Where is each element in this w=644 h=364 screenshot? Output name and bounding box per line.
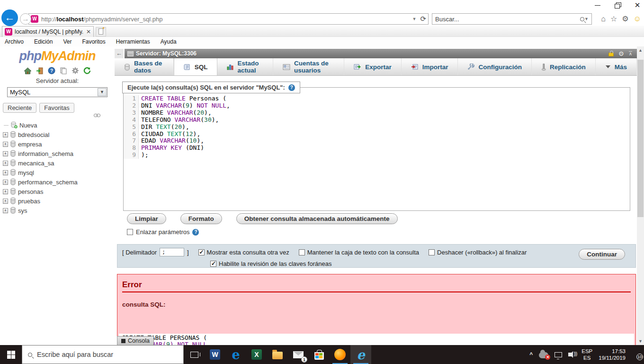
page-settings-icon[interactable]: ⚙ bbox=[618, 50, 624, 57]
sidebar-collapse-button[interactable]: ← bbox=[115, 49, 125, 58]
sidebar-tab-reciente[interactable]: Reciente bbox=[3, 103, 36, 113]
notification-center-button[interactable]: 10 bbox=[632, 351, 640, 358]
sql-line-8[interactable]: PRIMARY KEY (DNI) bbox=[141, 145, 230, 152]
pma-tab-más[interactable]: Más bbox=[596, 58, 637, 75]
forward-button[interactable]: → bbox=[20, 13, 31, 25]
tree-expand-icon[interactable]: + bbox=[3, 180, 8, 185]
menu-item-herramientas[interactable]: Herramientas bbox=[116, 38, 150, 45]
clock[interactable]: 17:53 19/11/2019 bbox=[599, 348, 626, 361]
editor-code[interactable]: CREATE TABLE Personas (DNI VARCHAR(9) NO… bbox=[139, 95, 230, 159]
select-dropdown-icon[interactable]: ▼ bbox=[98, 88, 107, 96]
taskbar-file-explorer[interactable] bbox=[267, 345, 288, 364]
tree-item-label[interactable]: pruebas bbox=[18, 198, 40, 205]
url-text[interactable]: http://localhost/phpmyadmin/server_sql.p… bbox=[41, 16, 412, 23]
tree-item-pruebas[interactable]: +pruebas bbox=[3, 196, 115, 206]
option-mantener-la-caja-d[interactable]: Mantener la caja de texto con la consult… bbox=[299, 249, 419, 256]
sql-line-5[interactable]: DIR TEXT(20), bbox=[141, 124, 230, 131]
tree-item-personas[interactable]: +personas bbox=[3, 187, 115, 196]
tree-expand-icon[interactable]: + bbox=[3, 132, 8, 137]
tree-item-empresa[interactable]: +empresa bbox=[3, 139, 115, 149]
tree-item-label[interactable]: personas bbox=[18, 188, 43, 195]
tree-item-label[interactable]: information_schema bbox=[18, 150, 73, 157]
settings-gear-icon[interactable] bbox=[72, 67, 79, 74]
search-icon[interactable] bbox=[580, 17, 584, 21]
formato-button[interactable]: Formato bbox=[180, 213, 222, 224]
sql-line-4[interactable]: TELEFONO VARCHAR(30), bbox=[141, 117, 230, 124]
browser-tab[interactable]: W localhost / MySQL | phpMy... ✕ bbox=[2, 26, 94, 37]
window-restore-button[interactable] bbox=[614, 2, 621, 9]
option-deshacer-(«rollbac[interactable]: Deshacer («rollback») al finalizar bbox=[429, 249, 527, 256]
language-indicator[interactable]: ESP ES bbox=[581, 348, 592, 361]
taskbar-excel[interactable]: X bbox=[246, 345, 267, 364]
tree-item-information_schema[interactable]: +information_schema bbox=[3, 149, 115, 158]
pma-tab-configuración[interactable]: Configuración bbox=[458, 58, 532, 75]
limpiar-button[interactable]: Limpiar bbox=[127, 213, 166, 224]
menu-item-ayuda[interactable]: Ayuda bbox=[161, 38, 177, 45]
lock-icon[interactable] bbox=[608, 53, 614, 56]
documentation-icon[interactable] bbox=[60, 67, 67, 74]
tree-expand-icon[interactable]: + bbox=[3, 208, 8, 213]
checkbox[interactable] bbox=[198, 249, 205, 255]
tab-close-icon[interactable]: ✕ bbox=[86, 28, 91, 35]
taskbar-firefox[interactable] bbox=[330, 345, 350, 364]
option-habilite-la-revisi[interactable]: Habilite la revisión de las claves forán… bbox=[210, 260, 331, 267]
pma-tab-cuentas-de-usuarios[interactable]: Cuentas de usuarios bbox=[273, 58, 344, 75]
tree-item-mecanica_sa[interactable]: +mecanica_sa bbox=[3, 158, 115, 168]
volume-icon[interactable] bbox=[568, 353, 572, 356]
tree-expand-icon[interactable]: + bbox=[3, 142, 8, 147]
menu-item-archivo[interactable]: Archivo bbox=[5, 38, 24, 45]
back-button[interactable]: ← bbox=[1, 9, 18, 26]
tree-item-label[interactable]: empresa bbox=[18, 141, 42, 148]
tools-gear-icon[interactable]: ⚙ bbox=[622, 14, 628, 23]
sync-error-icon[interactable]: ✕ bbox=[539, 352, 548, 358]
delimiter-input[interactable]: ; bbox=[160, 248, 184, 256]
new-tab-button[interactable] bbox=[96, 27, 106, 36]
checkbox[interactable] bbox=[429, 249, 435, 255]
favorites-star-icon[interactable]: ☆ bbox=[610, 14, 617, 23]
browser-search-box[interactable]: Buscar... ▼ bbox=[432, 13, 592, 25]
scrollbar-down-icon[interactable]: ▼ bbox=[637, 337, 644, 345]
tree-item-sys[interactable]: +sys bbox=[3, 206, 115, 215]
page-scrollbar[interactable]: ▲ ▼ bbox=[637, 46, 644, 345]
scroll-top-icon[interactable]: ∧ bbox=[629, 51, 632, 56]
server-select[interactable]: MySQL ▼ bbox=[7, 87, 107, 97]
sql-line-2[interactable]: DNI VARCHAR(9) NOT NULL, bbox=[141, 102, 230, 109]
tree-item-label[interactable]: Nueva bbox=[19, 122, 37, 129]
feedback-smiley-icon[interactable]: ☺ bbox=[634, 15, 641, 23]
tree-item-bdredsocial[interactable]: +bdredsocial bbox=[3, 130, 115, 139]
tree-item-performance_schema[interactable]: +performance_schema bbox=[3, 177, 115, 187]
menu-item-favoritos[interactable]: Favoritos bbox=[82, 38, 105, 45]
refresh-icon[interactable]: ⟳ bbox=[420, 15, 426, 23]
sql-line-6[interactable]: CIUDAD TEXT(12), bbox=[141, 131, 230, 138]
tree-expand-icon[interactable]: + bbox=[3, 161, 8, 166]
tray-expand-icon[interactable]: ^ bbox=[529, 351, 533, 358]
continue-button[interactable]: Continuar bbox=[579, 249, 625, 260]
search-dropdown-icon[interactable]: ▼ bbox=[584, 17, 589, 21]
taskbar-edge[interactable]: e bbox=[225, 345, 246, 364]
pma-tab-sql[interactable]: SQL bbox=[174, 58, 218, 75]
tree-item-nueva[interactable]: Nueva bbox=[3, 120, 115, 130]
home-icon[interactable]: ⌂ bbox=[601, 15, 606, 23]
tree-expand-icon[interactable]: + bbox=[3, 199, 8, 204]
help-icon[interactable]: ? bbox=[48, 67, 55, 74]
bind-params-checkbox[interactable] bbox=[127, 229, 133, 235]
pma-tab-importar[interactable]: Importar bbox=[402, 58, 458, 75]
tree-expand-icon[interactable]: + bbox=[3, 189, 8, 194]
checkbox[interactable] bbox=[210, 261, 216, 267]
window-close-button[interactable]: ✕ bbox=[634, 2, 641, 9]
sql-line-9[interactable]: ); bbox=[141, 152, 230, 159]
tree-item-mysql[interactable]: +mysql bbox=[3, 168, 115, 177]
obtener-button[interactable]: Obtener consulta almacenada automáticame… bbox=[236, 213, 398, 224]
pma-tab-replicación[interactable]: Replicación bbox=[532, 58, 596, 75]
reload-navigation-icon[interactable] bbox=[83, 67, 91, 74]
menu-item-ver[interactable]: Ver bbox=[63, 38, 72, 45]
help-icon[interactable]: ? bbox=[192, 229, 199, 236]
sql-line-3[interactable]: NOMBRE VARCHAR(20), bbox=[141, 109, 230, 117]
menu-item-edición[interactable]: Edición bbox=[34, 38, 53, 45]
taskbar-search[interactable]: Escribe aquí para buscar bbox=[22, 345, 184, 364]
pma-tab-estado-actual[interactable]: Estado actual bbox=[217, 58, 273, 75]
tree-item-label[interactable]: mysql bbox=[18, 169, 34, 176]
tree-item-label[interactable]: sys bbox=[18, 207, 27, 214]
taskbar-store[interactable] bbox=[309, 345, 330, 364]
task-view-button[interactable] bbox=[184, 345, 205, 364]
